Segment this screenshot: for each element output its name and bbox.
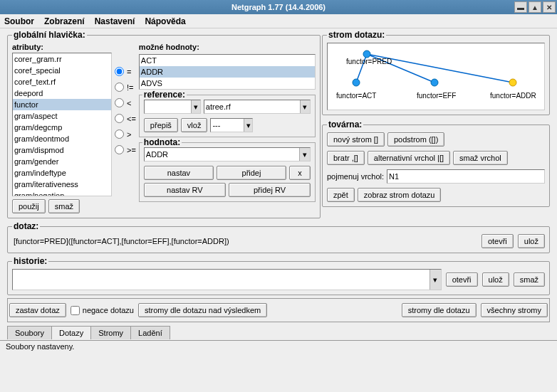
operator-radio[interactable]: >= bbox=[115, 145, 136, 154]
dotaz-uloz-button[interactable]: ulož bbox=[518, 234, 545, 248]
tab-ladeni[interactable]: Ladění bbox=[130, 326, 170, 339]
pojmenuj-label: pojmenuj vrchol: bbox=[327, 172, 384, 181]
x-button[interactable]: x bbox=[289, 166, 311, 180]
stromy-vysledkem-button[interactable]: stromy dle dotazu nad výsledkem bbox=[138, 303, 267, 317]
tab-bar: Soubory Dotazy Stromy Ladění bbox=[7, 325, 550, 339]
list-item[interactable]: coref_text.rf bbox=[13, 76, 111, 88]
smaz-button[interactable]: smaž bbox=[48, 199, 80, 213]
atributy-label: atributy: bbox=[12, 43, 112, 51]
dropdown-icon[interactable]: ▾ bbox=[191, 100, 200, 113]
reference-field-1[interactable]: ▾ bbox=[144, 100, 201, 114]
dropdown-icon[interactable]: ▾ bbox=[299, 148, 310, 161]
list-item[interactable]: gram/aspect bbox=[13, 110, 111, 122]
dotaz-otevri-button[interactable]: otevři bbox=[481, 234, 514, 248]
hodnota-combo[interactable]: ▾ bbox=[144, 147, 311, 161]
historie-combo[interactable]: ▾ bbox=[12, 269, 442, 290]
list-item[interactable]: coref_special bbox=[13, 65, 111, 76]
pojmenuj-input[interactable] bbox=[387, 169, 545, 184]
pridej-button[interactable]: přidej bbox=[217, 166, 286, 180]
podstrom-button[interactable]: podstrom ([]) bbox=[387, 132, 444, 147]
svg-point-6 bbox=[509, 79, 516, 86]
dotaz-legend: dotaz: bbox=[12, 221, 40, 231]
list-item[interactable]: ACT bbox=[140, 55, 315, 66]
alt-vrchol-button[interactable]: alternativní vrchol |[] bbox=[368, 151, 450, 165]
close-button[interactable]: ✕ bbox=[543, 1, 556, 13]
tree-canvas[interactable]: functor=PRED functor=ACT functor=EFF fun… bbox=[327, 43, 545, 110]
operator-radio[interactable]: <= bbox=[115, 114, 136, 123]
global-header-fieldset: globální hlavička: atributy: corer_gram.… bbox=[7, 30, 321, 218]
tree-node-act: functor=ACT bbox=[336, 92, 376, 100]
atributy-list[interactable]: corer_gram.rrcoref_specialcoref_text.rfd… bbox=[12, 53, 112, 196]
prepis-button[interactable]: přepiš bbox=[144, 118, 178, 132]
menu-bar: Soubor Zobrazení Nastavení Nápověda bbox=[0, 14, 557, 28]
list-item[interactable]: gram/indeftype bbox=[13, 167, 111, 179]
menu-nastaveni[interactable]: Nastavení bbox=[95, 16, 135, 26]
tab-soubory[interactable]: Soubory bbox=[7, 326, 52, 339]
dashes-combo[interactable]: ▾ bbox=[210, 118, 253, 132]
nastav-button[interactable]: nastav bbox=[144, 166, 214, 180]
dropdown-icon[interactable]: ▾ bbox=[430, 270, 441, 290]
operator-radio[interactable]: = bbox=[115, 67, 136, 76]
maximize-button[interactable]: ▲ bbox=[529, 1, 541, 13]
list-item[interactable]: ADVS bbox=[140, 78, 315, 89]
list-item[interactable]: corer_gram.rr bbox=[13, 53, 111, 65]
operator-radio[interactable]: != bbox=[115, 83, 136, 92]
tovarna-legend: továrna: bbox=[327, 120, 363, 129]
mozne-hodnoty-list[interactable]: ACTADDRADVS bbox=[139, 54, 316, 90]
bratr-button[interactable]: bratr ,[] bbox=[327, 151, 365, 165]
list-item[interactable]: deepord bbox=[13, 88, 111, 99]
svg-point-4 bbox=[353, 79, 360, 86]
tab-stromy[interactable]: Stromy bbox=[90, 326, 131, 339]
negace-checkbox[interactable]: negace dotazu bbox=[71, 306, 134, 315]
list-item[interactable]: gram/degcmp bbox=[13, 122, 111, 133]
status-bar: Soubory nastaveny. bbox=[0, 340, 557, 352]
menu-zobrazeni[interactable]: Zobrazení bbox=[44, 16, 85, 26]
stromy-dle-button[interactable]: stromy dle dotazu bbox=[402, 303, 477, 317]
title-bar: Netgraph 1.77 (14.4.2006) ▬ ▲ ✕ bbox=[0, 0, 557, 14]
historie-uloz-button[interactable]: ulož bbox=[482, 272, 509, 287]
pridej-rv-button[interactable]: přidej RV bbox=[229, 183, 311, 197]
dropdown-icon[interactable]: ▾ bbox=[300, 100, 310, 113]
smaz-vrchol-button[interactable]: smaž vrchol bbox=[453, 151, 508, 165]
historie-smaz-button[interactable]: smaž bbox=[514, 272, 545, 287]
operator-radios: =!=<<=>>= bbox=[115, 43, 136, 154]
dropdown-icon[interactable]: ▾ bbox=[244, 119, 253, 132]
operator-radio[interactable]: > bbox=[115, 129, 136, 139]
menu-soubor[interactable]: Soubor bbox=[4, 16, 34, 26]
list-item[interactable]: gram/iterativeness bbox=[13, 179, 111, 190]
vloz-button[interactable]: vlož bbox=[181, 118, 208, 132]
historie-input[interactable] bbox=[13, 273, 430, 286]
list-item[interactable]: gram/negation bbox=[13, 190, 111, 196]
nastav-rv-button[interactable]: nastav RV bbox=[144, 183, 226, 197]
zobraz-strom-button[interactable]: zobraz strom dotazu bbox=[358, 188, 442, 202]
tab-dotazy[interactable]: Dotazy bbox=[51, 326, 91, 339]
operator-radio[interactable]: < bbox=[115, 98, 136, 107]
vsechny-stromy-button[interactable]: všechny stromy bbox=[481, 303, 548, 317]
list-item[interactable]: gram/gender bbox=[13, 156, 111, 167]
dashes-input[interactable] bbox=[211, 119, 243, 132]
minimize-button[interactable]: ▬ bbox=[514, 1, 527, 13]
reference-input-1[interactable] bbox=[145, 100, 191, 113]
mozne-hodnoty-label: možné hodnoty: bbox=[139, 43, 316, 51]
list-item[interactable]: functor bbox=[13, 99, 111, 110]
dotaz-text: [functor=PRED]([functor=ACT],[functor=EF… bbox=[12, 235, 477, 247]
hodnota-input[interactable] bbox=[145, 148, 299, 161]
reference-input-2[interactable] bbox=[204, 100, 300, 113]
reference-label: reference: bbox=[142, 90, 187, 100]
list-item[interactable]: ADDR bbox=[140, 66, 315, 78]
historie-fieldset: historie: ▾ otevři ulož smaž bbox=[7, 256, 550, 295]
zastav-dotaz-button[interactable]: zastav dotaz bbox=[9, 303, 66, 317]
novy-strom-button[interactable]: nový strom [] bbox=[327, 132, 385, 147]
historie-otevri-button[interactable]: otevři bbox=[446, 272, 478, 287]
tree-node-eff: functor=EFF bbox=[417, 92, 456, 100]
list-item[interactable]: gram/deontmod bbox=[13, 133, 111, 144]
dotaz-fieldset: dotaz: [functor=PRED]([functor=ACT],[fun… bbox=[7, 221, 550, 253]
reference-field-2[interactable]: ▾ bbox=[204, 100, 311, 114]
window-title: Netgraph 1.77 (14.4.2006) bbox=[231, 3, 326, 11]
menu-napoveda[interactable]: Nápověda bbox=[145, 16, 185, 26]
action-bar: zastav dotaz negace dotazu stromy dle do… bbox=[7, 298, 550, 322]
pouzij-button[interactable]: použij bbox=[12, 199, 46, 213]
zpet-button[interactable]: zpět bbox=[327, 188, 355, 202]
global-header-legend: globální hlavička: bbox=[12, 30, 87, 40]
list-item[interactable]: gram/dispmod bbox=[13, 144, 111, 156]
